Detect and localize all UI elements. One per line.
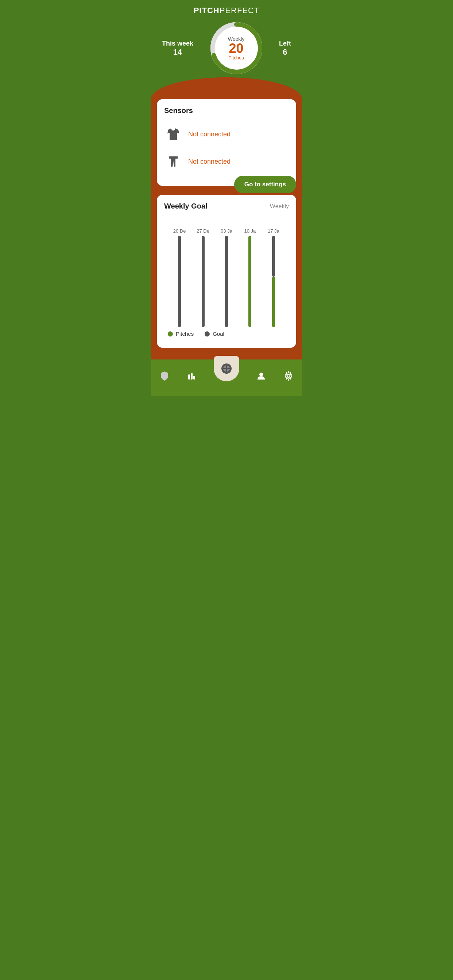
chart-area: 20 De27 De03 Ja10 Ja17 Ja Pitches Goal bbox=[164, 218, 289, 340]
nav-profile[interactable] bbox=[256, 371, 266, 381]
shirt-icon bbox=[164, 125, 182, 143]
main-content: Sensors Not connected Not connected Go t… bbox=[151, 99, 302, 360]
bar-wrapper-0 bbox=[168, 236, 191, 327]
nav-stats[interactable] bbox=[187, 371, 197, 381]
chart-label-3: 10 Ja bbox=[244, 228, 256, 234]
bar-wrapper-3 bbox=[238, 236, 262, 327]
svg-point-10 bbox=[259, 372, 263, 376]
legend-pitches-label: Pitches bbox=[176, 331, 194, 337]
chart-col-3: 10 Ja bbox=[238, 228, 262, 327]
chart-legend: Pitches Goal bbox=[164, 327, 289, 337]
this-week-label: This week bbox=[162, 40, 193, 48]
chart-label-2: 03 Ja bbox=[221, 228, 232, 234]
nav-settings[interactable] bbox=[283, 371, 293, 381]
sensor-2-row: Not connected bbox=[164, 148, 289, 175]
svg-rect-3 bbox=[188, 374, 190, 380]
svg-rect-5 bbox=[193, 376, 195, 380]
sensor-1-row: Not connected bbox=[164, 121, 289, 148]
bar-wrapper-4 bbox=[262, 236, 285, 327]
hero-section: This week 14 Weekly 20 Pitches Left 6 bbox=[151, 15, 302, 77]
header: PITCHPERFECT bbox=[151, 0, 302, 15]
weekly-goal-header: Weekly Goal Weekly bbox=[164, 202, 289, 210]
nav-home-bg bbox=[214, 356, 239, 381]
bottom-nav bbox=[151, 360, 302, 396]
chart-col-4: 17 Ja bbox=[262, 228, 285, 327]
sensors-card: Sensors Not connected Not connected Go t… bbox=[157, 99, 296, 186]
weekly-period: Weekly bbox=[270, 203, 289, 210]
sensor-1-status: Not connected bbox=[188, 130, 231, 138]
gauge-sub: Pitches bbox=[228, 55, 245, 60]
svg-point-11 bbox=[287, 374, 290, 377]
goal-dot bbox=[205, 331, 210, 337]
left-stat: Left 6 bbox=[279, 40, 291, 57]
bar-gray-0 bbox=[178, 236, 181, 327]
gauge-number: 20 bbox=[228, 42, 245, 55]
bar-green-4 bbox=[272, 277, 275, 327]
chart-label-4: 17 Ja bbox=[268, 228, 279, 234]
weekly-goal-card: Weekly Goal Weekly 20 De27 De03 Ja10 Ja1… bbox=[157, 195, 296, 348]
chart-col-2: 03 Ja bbox=[215, 228, 238, 327]
legend-goal-label: Goal bbox=[213, 331, 224, 337]
pitch-gauge: Weekly 20 Pitches bbox=[207, 19, 266, 77]
pitches-dot bbox=[168, 331, 173, 337]
app-title: PITCHPERFECT bbox=[151, 6, 302, 15]
bar-gray-2 bbox=[225, 236, 228, 327]
left-value: 6 bbox=[279, 48, 291, 57]
chart-label-1: 27 De bbox=[196, 228, 209, 234]
this-week-value: 14 bbox=[162, 48, 193, 57]
chart-col-0: 20 De bbox=[168, 228, 191, 327]
weekly-goal-title: Weekly Goal bbox=[164, 202, 207, 210]
bar-gray-4 bbox=[272, 236, 275, 277]
nav-shield[interactable] bbox=[160, 371, 170, 381]
legend-goal: Goal bbox=[205, 331, 224, 337]
sensors-title: Sensors bbox=[164, 107, 289, 115]
bar-wrapper-2 bbox=[215, 236, 238, 327]
go-to-settings-button[interactable]: Go to settings bbox=[234, 176, 296, 193]
bar-green-3 bbox=[248, 236, 251, 327]
chart-col-1: 27 De bbox=[191, 228, 214, 327]
legend-pitches: Pitches bbox=[168, 331, 194, 337]
bar-gray-1 bbox=[202, 236, 205, 327]
nav-home[interactable] bbox=[214, 356, 239, 381]
sensor-2-status: Not connected bbox=[188, 158, 231, 165]
left-label: Left bbox=[279, 40, 291, 48]
bar-wrapper-1 bbox=[191, 236, 214, 327]
svg-rect-4 bbox=[191, 373, 193, 380]
this-week-stat: This week 14 bbox=[162, 40, 193, 57]
chart-bars: 20 De27 De03 Ja10 Ja17 Ja bbox=[164, 218, 289, 327]
gauge-inner: Weekly 20 Pitches bbox=[228, 36, 245, 60]
chart-label-0: 20 De bbox=[173, 228, 186, 234]
pants-icon bbox=[164, 153, 182, 170]
